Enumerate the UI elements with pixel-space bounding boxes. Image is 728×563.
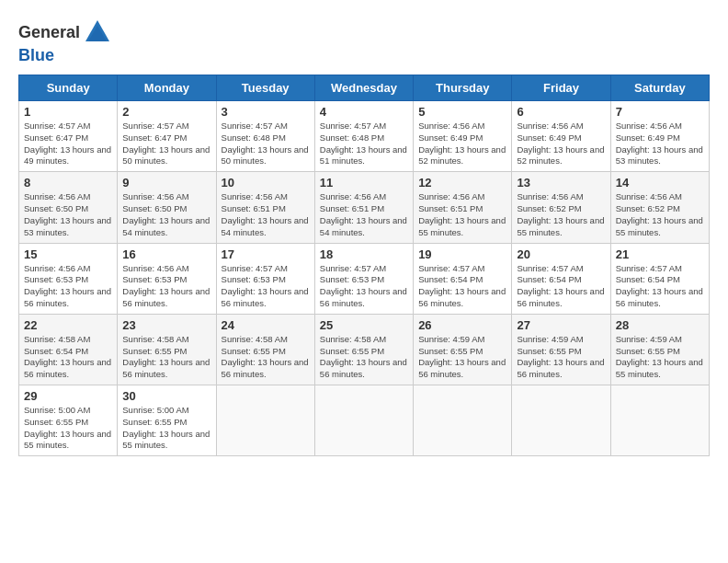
- calendar-cell: 27Sunrise: 4:59 AMSunset: 6:55 PMDayligh…: [512, 314, 610, 385]
- day-number: 14: [616, 176, 704, 190]
- day-number: 6: [517, 105, 605, 119]
- calendar-cell: 16Sunrise: 4:56 AMSunset: 6:53 PMDayligh…: [118, 243, 216, 314]
- logo: General Blue: [18, 18, 111, 65]
- calendar-cell: 3Sunrise: 4:57 AMSunset: 6:48 PMDaylight…: [216, 101, 314, 172]
- day-info: Sunrise: 4:59 AMSunset: 6:55 PMDaylight:…: [517, 334, 605, 381]
- calendar-cell: 17Sunrise: 4:57 AMSunset: 6:53 PMDayligh…: [216, 243, 314, 314]
- calendar-cell: [216, 385, 314, 456]
- day-info: Sunrise: 4:58 AMSunset: 6:55 PMDaylight:…: [122, 334, 210, 381]
- day-info: Sunrise: 4:59 AMSunset: 6:55 PMDaylight:…: [616, 334, 704, 381]
- day-info: Sunrise: 4:56 AMSunset: 6:51 PMDaylight:…: [222, 191, 310, 238]
- day-number: 23: [122, 318, 210, 332]
- day-number: 10: [222, 176, 310, 190]
- day-number: 21: [616, 247, 704, 261]
- day-info: Sunrise: 4:57 AMSunset: 6:48 PMDaylight:…: [222, 121, 310, 167]
- day-number: 15: [24, 247, 112, 261]
- calendar-cell: 21Sunrise: 4:57 AMSunset: 6:54 PMDayligh…: [610, 243, 709, 314]
- day-number: 3: [222, 105, 310, 119]
- calendar-cell: 25Sunrise: 4:58 AMSunset: 6:55 PMDayligh…: [314, 314, 413, 385]
- day-info: Sunrise: 4:56 AMSunset: 6:50 PMDaylight:…: [122, 191, 210, 238]
- logo-blue: Blue: [18, 46, 54, 65]
- day-number: 27: [517, 318, 605, 332]
- day-number: 24: [222, 318, 310, 332]
- calendar-cell: 24Sunrise: 4:58 AMSunset: 6:55 PMDayligh…: [216, 314, 314, 385]
- day-info: Sunrise: 4:57 AMSunset: 6:53 PMDaylight:…: [320, 263, 408, 310]
- calendar-cell: 11Sunrise: 4:56 AMSunset: 6:51 PMDayligh…: [314, 172, 413, 243]
- day-info: Sunrise: 4:57 AMSunset: 6:48 PMDaylight:…: [320, 121, 408, 167]
- day-number: 19: [418, 247, 506, 261]
- day-info: Sunrise: 4:56 AMSunset: 6:51 PMDaylight:…: [418, 191, 506, 238]
- day-number: 8: [24, 176, 112, 190]
- day-number: 28: [616, 318, 704, 332]
- day-number: 13: [517, 176, 605, 190]
- day-header-monday: Monday: [118, 75, 216, 101]
- day-info: Sunrise: 4:59 AMSunset: 6:55 PMDaylight:…: [418, 334, 506, 381]
- day-header-wednesday: Wednesday: [314, 75, 413, 101]
- day-number: 29: [24, 389, 112, 403]
- calendar-cell: 10Sunrise: 4:56 AMSunset: 6:51 PMDayligh…: [216, 172, 314, 243]
- calendar-cell: 6Sunrise: 4:56 AMSunset: 6:49 PMDaylight…: [512, 101, 610, 172]
- day-info: Sunrise: 4:56 AMSunset: 6:49 PMDaylight:…: [517, 121, 605, 167]
- day-info: Sunrise: 4:58 AMSunset: 6:55 PMDaylight:…: [222, 334, 310, 381]
- day-header-tuesday: Tuesday: [216, 75, 314, 101]
- day-info: Sunrise: 4:57 AMSunset: 6:54 PMDaylight:…: [517, 263, 605, 310]
- calendar-cell: 22Sunrise: 4:58 AMSunset: 6:54 PMDayligh…: [19, 314, 118, 385]
- day-info: Sunrise: 4:58 AMSunset: 6:54 PMDaylight:…: [24, 334, 112, 381]
- calendar-cell: 4Sunrise: 4:57 AMSunset: 6:48 PMDaylight…: [314, 101, 413, 172]
- day-header-thursday: Thursday: [414, 75, 512, 101]
- calendar-cell: 18Sunrise: 4:57 AMSunset: 6:53 PMDayligh…: [314, 243, 413, 314]
- day-number: 2: [122, 105, 210, 119]
- day-info: Sunrise: 4:56 AMSunset: 6:53 PMDaylight:…: [24, 263, 112, 310]
- day-info: Sunrise: 4:56 AMSunset: 6:52 PMDaylight:…: [517, 191, 605, 238]
- calendar-cell: 28Sunrise: 4:59 AMSunset: 6:55 PMDayligh…: [610, 314, 709, 385]
- logo-general: General: [18, 23, 80, 42]
- calendar-cell: 2Sunrise: 4:57 AMSunset: 6:47 PMDaylight…: [118, 101, 216, 172]
- day-number: 9: [122, 176, 210, 190]
- calendar-cell: 13Sunrise: 4:56 AMSunset: 6:52 PMDayligh…: [512, 172, 610, 243]
- day-info: Sunrise: 5:00 AMSunset: 6:55 PMDaylight:…: [24, 405, 112, 452]
- day-number: 25: [320, 318, 408, 332]
- day-number: 5: [418, 105, 506, 119]
- calendar-table: SundayMondayTuesdayWednesdayThursdayFrid…: [18, 75, 710, 456]
- day-number: 11: [320, 176, 408, 190]
- day-header-sunday: Sunday: [19, 75, 118, 101]
- calendar-cell: 29Sunrise: 5:00 AMSunset: 6:55 PMDayligh…: [19, 385, 118, 456]
- calendar-cell: 26Sunrise: 4:59 AMSunset: 6:55 PMDayligh…: [414, 314, 512, 385]
- day-number: 12: [418, 176, 506, 190]
- calendar-cell: 30Sunrise: 5:00 AMSunset: 6:55 PMDayligh…: [118, 385, 216, 456]
- day-number: 7: [616, 105, 704, 119]
- calendar-cell: 8Sunrise: 4:56 AMSunset: 6:50 PMDaylight…: [19, 172, 118, 243]
- day-info: Sunrise: 4:56 AMSunset: 6:50 PMDaylight:…: [24, 191, 112, 238]
- day-info: Sunrise: 4:57 AMSunset: 6:54 PMDaylight:…: [616, 263, 704, 310]
- day-number: 17: [222, 247, 310, 261]
- day-number: 16: [122, 247, 210, 261]
- logo-icon: [84, 18, 111, 46]
- day-info: Sunrise: 4:57 AMSunset: 6:47 PMDaylight:…: [122, 121, 210, 167]
- day-number: 22: [24, 318, 112, 332]
- calendar-cell: 12Sunrise: 4:56 AMSunset: 6:51 PMDayligh…: [414, 172, 512, 243]
- calendar-cell: [314, 385, 413, 456]
- calendar-cell: 5Sunrise: 4:56 AMSunset: 6:49 PMDaylight…: [414, 101, 512, 172]
- calendar-cell: 9Sunrise: 4:56 AMSunset: 6:50 PMDaylight…: [118, 172, 216, 243]
- calendar-cell: 19Sunrise: 4:57 AMSunset: 6:54 PMDayligh…: [414, 243, 512, 314]
- calendar-cell: 15Sunrise: 4:56 AMSunset: 6:53 PMDayligh…: [19, 243, 118, 314]
- day-info: Sunrise: 4:56 AMSunset: 6:53 PMDaylight:…: [122, 263, 210, 310]
- day-info: Sunrise: 4:56 AMSunset: 6:49 PMDaylight:…: [616, 121, 704, 167]
- day-header-friday: Friday: [512, 75, 610, 101]
- day-info: Sunrise: 4:58 AMSunset: 6:55 PMDaylight:…: [320, 334, 408, 381]
- day-info: Sunrise: 4:57 AMSunset: 6:54 PMDaylight:…: [418, 263, 506, 310]
- calendar-cell: [512, 385, 610, 456]
- day-info: Sunrise: 4:56 AMSunset: 6:52 PMDaylight:…: [616, 191, 704, 238]
- day-info: Sunrise: 4:56 AMSunset: 6:49 PMDaylight:…: [418, 121, 506, 167]
- calendar-cell: [610, 385, 709, 456]
- day-info: Sunrise: 5:00 AMSunset: 6:55 PMDaylight:…: [122, 405, 210, 452]
- calendar-cell: 7Sunrise: 4:56 AMSunset: 6:49 PMDaylight…: [610, 101, 709, 172]
- day-info: Sunrise: 4:57 AMSunset: 6:47 PMDaylight:…: [24, 121, 112, 167]
- day-number: 20: [517, 247, 605, 261]
- calendar-cell: [414, 385, 512, 456]
- header: General Blue: [18, 18, 710, 65]
- day-number: 18: [320, 247, 408, 261]
- calendar-cell: 23Sunrise: 4:58 AMSunset: 6:55 PMDayligh…: [118, 314, 216, 385]
- day-number: 1: [24, 105, 112, 119]
- day-number: 26: [418, 318, 506, 332]
